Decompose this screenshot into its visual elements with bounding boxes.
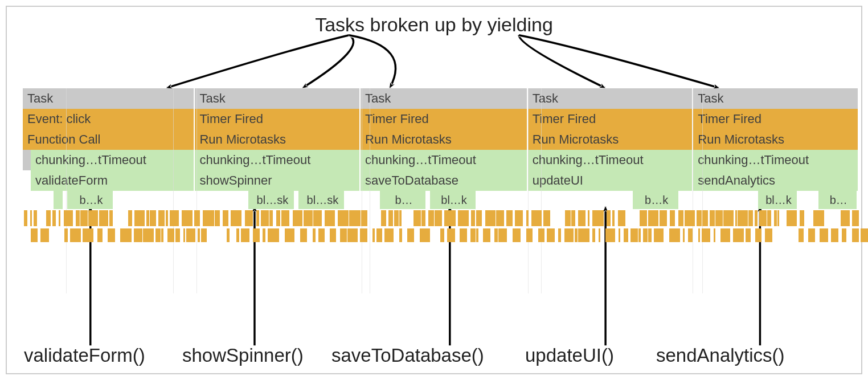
function-label: showSpinner() — [182, 345, 304, 366]
row-fn: validateFormshowSpinnersaveToDatabaseupd… — [23, 170, 859, 191]
row-blocks: b…kbl…skbl…skb…bl…kb…kbl…kb… — [23, 191, 859, 209]
row-event: Event: clickTimer FiredTimer FiredTimer … — [23, 109, 859, 129]
flame-detail-row-2 — [23, 228, 859, 243]
row-chunk: chunking…tTimeoutchunking…tTimeoutchunki… — [23, 150, 859, 170]
function-label: updateUI() — [525, 345, 614, 366]
row-call: Function CallRun MicrotasksRun Microtask… — [23, 129, 859, 150]
flame-chart: TaskTaskTaskTaskTask Event: clickTimer F… — [23, 88, 859, 293]
function-label: saveToDatabase() — [331, 345, 484, 366]
diagram-title: Tasks broken up by yielding — [315, 14, 553, 36]
function-label: sendAnalytics() — [656, 345, 785, 366]
flame-detail-row-1 — [23, 210, 859, 227]
function-label: validateForm() — [24, 345, 145, 366]
row-task: TaskTaskTaskTaskTask — [23, 88, 859, 109]
diagram-frame: Tasks broken up by yielding TaskTaskTask… — [6, 6, 862, 374]
